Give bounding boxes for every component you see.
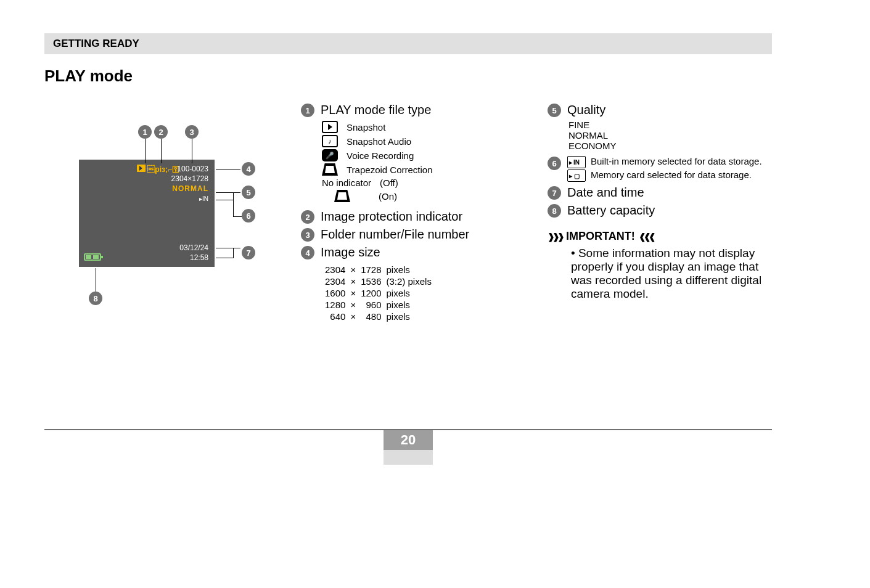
snapshot-audio-icon [322,135,338,147]
play-mode-icon [137,165,146,172]
callout-7: 7 [242,246,255,259]
callout-3: 3 [185,125,199,139]
callout-5: 5 [242,186,255,199]
badge-4: 4 [301,246,314,259]
legend4-title: Image size [321,245,380,259]
quality-normal: NORMAL [568,130,772,141]
image-size-table: 2304×1728pixels2304×1536(3:2) pixels1600… [322,263,435,323]
legend7-title: Date and time [567,186,644,200]
legend1-off: (Off) [380,178,398,188]
legend2-title: Image protection indicator [321,210,462,224]
table-row: 1280×960pixels [323,300,433,310]
table-row: 2304×1728pixels [323,264,433,275]
lcd-folder-file: 100-0023 [177,165,208,173]
badge-3: 3 [301,228,314,242]
page-footer: 20 [44,429,772,465]
callout-6: 6 [242,209,255,223]
legend1-trapezoid: Trapezoid Correction [347,165,433,175]
lcd-battery-icon [84,253,101,261]
legend1-voice: Voice Recording [347,150,414,161]
callout-4: 4 [242,162,255,176]
legend1-noind: No indicator [322,178,371,188]
legend1-on: (On) [379,191,397,202]
section-header: GETTING READY [44,33,772,54]
legend1-snapshot-audio: Snapshot Audio [347,136,411,147]
table-row: 1600×1200pixels [323,288,433,298]
chevrons-left-icon [639,230,654,243]
snapshot-icon [322,121,338,133]
lcd-size: 2304×1728 [171,174,208,183]
trapezoid-icon [322,163,338,176]
builtin-memory-icon: IN [567,156,586,168]
important-body: Some information may not display properl… [571,247,772,301]
badge-2: 2 [301,210,314,224]
chevrons-right-icon [548,230,562,243]
lcd-quality: NORMAL [172,184,208,193]
card-memory-icon: ▢ [567,169,586,182]
manual-page: GETTING READY PLAY mode різ;⌐⚿ 100-0023… [44,33,772,323]
legend5-title: Quality [567,103,605,117]
legend-column-a: 1 PLAY mode file type Snapshot Snapshot … [301,103,523,323]
page-title: PLAY mode [44,67,772,86]
important-heading: IMPORTANT! [548,230,772,243]
content-area: різ;⌐⚿ 100-0023 2304×1728 NORMAL ▸IN 03… [44,103,772,323]
legend3-title: Folder number/File number [321,227,469,242]
legend6-builtin: Built-in memory selected for data storag… [591,156,762,166]
table-row: 2304×1536(3:2) pixels [323,276,433,287]
callout-2: 2 [154,125,168,139]
diagram-column: різ;⌐⚿ 100-0023 2304×1728 NORMAL ▸IN 03… [44,103,276,323]
lcd-time: 12:58 [190,253,208,262]
badge-5: 5 [548,104,561,117]
lcd-date: 03/12/24 [179,243,208,252]
legend1-snapshot: Snapshot [347,122,385,133]
camera-lcd-mock: різ;⌐⚿ 100-0023 2304×1728 NORMAL ▸IN 03… [79,160,215,267]
important-label: IMPORTANT! [566,230,635,243]
callout-8: 8 [89,292,102,305]
voice-icon [322,149,338,161]
quality-fine: FINE [568,120,772,130]
trapezoid-on-icon [334,190,350,202]
callout-1: 1 [138,125,152,139]
page-number: 20 [384,430,433,450]
legend-column-b: 5 Quality FINE NORMAL ECONOMY 6 IN Built… [548,103,772,323]
protect-key-icon: різ;⌐⚿ [147,165,179,174]
table-row: 640×480pixels [323,311,433,322]
badge-1: 1 [301,104,314,117]
badge-7: 7 [548,186,561,200]
legend1-title: PLAY mode file type [321,103,431,117]
legend8-title: Battery capacity [567,203,655,218]
quality-economy: ECONOMY [568,141,772,151]
lcd-memory-icon: ▸IN [199,195,208,202]
badge-8: 8 [548,204,561,218]
badge-6: 6 [548,157,561,170]
legend6-card: Memory card selected for data storage. [591,169,752,180]
